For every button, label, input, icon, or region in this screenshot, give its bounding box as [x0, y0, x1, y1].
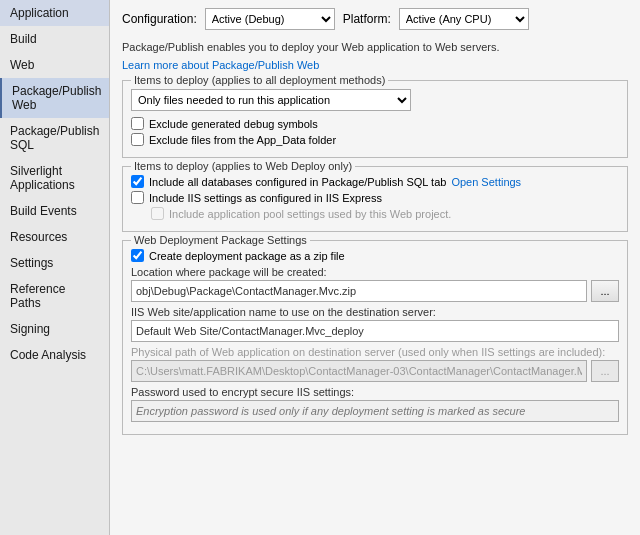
password-input[interactable]: [131, 400, 619, 422]
exclude-debug-checkbox[interactable]: [131, 117, 144, 130]
physical-input[interactable]: [131, 360, 587, 382]
intro-desc: Package/Publish enables you to deploy yo…: [122, 40, 628, 55]
open-settings-link[interactable]: Open Settings: [451, 176, 521, 188]
include-db-label: Include all databases configured in Pack…: [149, 176, 446, 188]
create-package-label: Create deployment package as a zip file: [149, 250, 345, 262]
location-label: Location where package will be created:: [131, 266, 619, 278]
password-field-row: [131, 400, 619, 422]
sidebar: ApplicationBuildWebPackage/Publish WebPa…: [0, 0, 110, 535]
location-field-row: ...: [131, 280, 619, 302]
physical-label: Physical path of Web application on dest…: [131, 346, 619, 358]
deploy-dropdown[interactable]: Only files needed to run this applicatio…: [131, 89, 411, 111]
sidebar-item-web[interactable]: Web: [0, 52, 109, 78]
config-label: Configuration:: [122, 12, 197, 26]
include-db-row: Include all databases configured in Pack…: [131, 175, 619, 188]
sidebar-item-build[interactable]: Build: [0, 26, 109, 52]
deploy-group-title: Items to deploy (applies to all deployme…: [131, 74, 388, 86]
include-app-pool-checkbox[interactable]: [151, 207, 164, 220]
main-content: Configuration: Active (Debug) Platform: …: [110, 0, 640, 535]
learn-more-link[interactable]: Learn more about Package/Publish Web: [122, 59, 319, 71]
exclude-debug-row: Exclude generated debug symbols: [131, 117, 619, 130]
deploy-group: Items to deploy (applies to all deployme…: [122, 80, 628, 158]
package-settings-title: Web Deployment Package Settings: [131, 234, 310, 246]
sidebar-item-signing[interactable]: Signing: [0, 316, 109, 342]
site-label: IIS Web site/application name to use on …: [131, 306, 619, 318]
exclude-app-data-label: Exclude files from the App_Data folder: [149, 134, 336, 146]
exclude-debug-label: Exclude generated debug symbols: [149, 118, 318, 130]
sidebar-item-reference-paths[interactable]: Reference Paths: [0, 276, 109, 316]
sidebar-item-application[interactable]: Application: [0, 0, 109, 26]
sidebar-item-code-analysis[interactable]: Code Analysis: [0, 342, 109, 368]
include-db-checkbox[interactable]: [131, 175, 144, 188]
web-deploy-group: Items to deploy (applies to Web Deploy o…: [122, 166, 628, 232]
sidebar-item-silverlight-applications[interactable]: Silverlight Applications: [0, 158, 109, 198]
sidebar-item-settings[interactable]: Settings: [0, 250, 109, 276]
exclude-app-data-row: Exclude files from the App_Data folder: [131, 133, 619, 146]
sidebar-item-package-publish-sql[interactable]: Package/Publish SQL: [0, 118, 109, 158]
physical-browse-btn[interactable]: ...: [591, 360, 619, 382]
physical-field-row: ...: [131, 360, 619, 382]
sidebar-item-package-publish-web[interactable]: Package/Publish Web: [0, 78, 109, 118]
include-iis-row: Include IIS settings as configured in II…: [131, 191, 619, 204]
package-settings-group: Web Deployment Package Settings Create d…: [122, 240, 628, 435]
include-iis-checkbox[interactable]: [131, 191, 144, 204]
include-app-pool-label: Include application pool settings used b…: [169, 208, 451, 220]
site-field-row: [131, 320, 619, 342]
platform-label: Platform:: [343, 12, 391, 26]
config-select[interactable]: Active (Debug): [205, 8, 335, 30]
deploy-dropdown-row: Only files needed to run this applicatio…: [131, 89, 619, 111]
create-package-row: Create deployment package as a zip file: [131, 249, 619, 262]
location-input[interactable]: [131, 280, 587, 302]
include-app-pool-row: Include application pool settings used b…: [131, 207, 619, 220]
intro-section: Package/Publish enables you to deploy yo…: [122, 40, 628, 72]
create-package-checkbox[interactable]: [131, 249, 144, 262]
platform-select[interactable]: Active (Any CPU): [399, 8, 529, 30]
exclude-app-data-checkbox[interactable]: [131, 133, 144, 146]
include-iis-label: Include IIS settings as configured in II…: [149, 192, 382, 204]
sidebar-item-resources[interactable]: Resources: [0, 224, 109, 250]
web-deploy-group-title: Items to deploy (applies to Web Deploy o…: [131, 160, 355, 172]
location-browse-btn[interactable]: ...: [591, 280, 619, 302]
site-input[interactable]: [131, 320, 619, 342]
sidebar-item-build-events[interactable]: Build Events: [0, 198, 109, 224]
config-row: Configuration: Active (Debug) Platform: …: [122, 8, 628, 30]
password-label: Password used to encrypt secure IIS sett…: [131, 386, 619, 398]
